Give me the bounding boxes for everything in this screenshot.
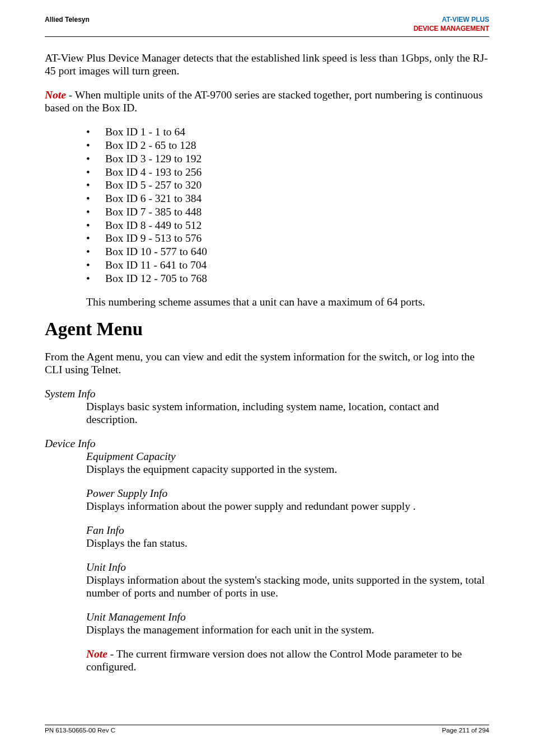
list-item: Box ID 11 - 641 to 704 (86, 259, 489, 272)
system-info-title: System Info (45, 387, 489, 400)
page-header: Allied Telesyn AT-VIEW PLUS DEVICE MANAG… (45, 16, 489, 35)
footer-right: Page 211 of 294 (442, 727, 489, 734)
note-2-label: Note (86, 648, 107, 660)
unit-desc: Displays information about the system's … (86, 574, 489, 599)
page-footer: PN 613-50665-00 Rev C Page 211 of 294 (45, 725, 489, 734)
note-2-text: - The current firmware version does not … (86, 648, 462, 673)
list-item: Box ID 12 - 705 to 768 (86, 272, 489, 285)
agent-intro: From the Agent menu, you can view and ed… (45, 350, 489, 376)
equipment-title: Equipment Capacity (86, 450, 489, 463)
list-item: Box ID 2 - 65 to 128 (86, 139, 489, 152)
body-content: AT-View Plus Device Manager detects that… (45, 51, 489, 673)
unit-title: Unit Info (86, 561, 489, 574)
equipment-block: Equipment Capacity Displays the equipmen… (86, 450, 489, 476)
numbering-note: This numbering scheme assumes that a uni… (86, 295, 489, 308)
list-item: Box ID 7 - 385 to 448 (86, 205, 489, 219)
footer-left: PN 613-50665-00 Rev C (45, 727, 115, 734)
fan-desc: Displays the fan status. (86, 537, 489, 550)
intro-paragraph: AT-View Plus Device Manager detects that… (45, 51, 489, 77)
header-left: Allied Telesyn (45, 16, 90, 24)
device-info-title: Device Info (45, 437, 489, 450)
system-info-desc: Displays basic system information, inclu… (86, 401, 439, 425)
note-text: - When multiple units of the AT-9700 ser… (45, 89, 483, 114)
power-title: Power Supply Info (86, 487, 489, 500)
unit-block: Unit Info Displays information about the… (86, 561, 489, 599)
note-1: Note - When multiple units of the AT-970… (45, 88, 489, 114)
mgmt-block: Unit Management Info Displays the manage… (86, 611, 489, 636)
fan-title: Fan Info (86, 524, 489, 537)
box-id-list: Box ID 1 - 1 to 64 Box ID 2 - 65 to 128 … (45, 125, 489, 285)
header-brand: AT-VIEW PLUS (414, 16, 489, 25)
list-item: Box ID 1 - 1 to 64 (86, 125, 489, 139)
equipment-desc: Displays the equipment capacity supporte… (86, 463, 489, 476)
list-item: Box ID 3 - 129 to 192 (86, 152, 489, 166)
fan-block: Fan Info Displays the fan status. (86, 524, 489, 550)
list-item: Box ID 4 - 193 to 256 (86, 166, 489, 179)
note-2-block: Note - The current firmware version does… (86, 647, 489, 673)
header-right: AT-VIEW PLUS DEVICE MANAGEMENT (414, 16, 489, 33)
system-info-block: Displays basic system information, inclu… (86, 400, 489, 426)
agent-menu-heading: Agent Menu (45, 318, 489, 340)
mgmt-desc: Displays the management information for … (86, 623, 489, 636)
list-item: Box ID 6 - 321 to 384 (86, 192, 489, 205)
power-desc: Displays information about the power sup… (86, 500, 489, 513)
header-divider (45, 36, 489, 37)
power-block: Power Supply Info Displays information a… (86, 487, 489, 513)
list-item: Box ID 9 - 513 to 576 (86, 232, 489, 245)
note-label: Note (45, 89, 66, 101)
list-item: Box ID 8 - 449 to 512 (86, 219, 489, 232)
list-item: Box ID 5 - 257 to 320 (86, 179, 489, 192)
list-item: Box ID 10 - 577 to 640 (86, 245, 489, 259)
page-container: Allied Telesyn AT-VIEW PLUS DEVICE MANAG… (0, 0, 534, 756)
mgmt-title: Unit Management Info (86, 611, 489, 623)
header-section: DEVICE MANAGEMENT (414, 25, 489, 34)
